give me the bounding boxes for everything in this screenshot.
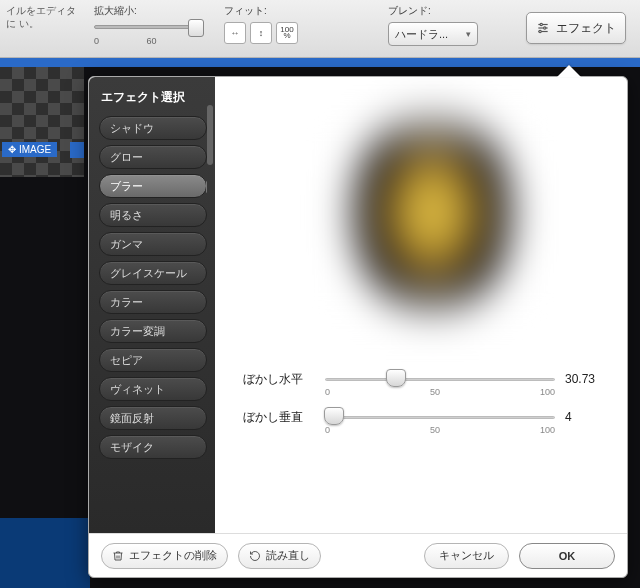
chevron-down-icon: ▾: [466, 29, 471, 39]
svg-point-3: [540, 23, 542, 25]
checker-bg: [0, 67, 84, 177]
fit-label: フィット:: [224, 4, 298, 18]
fit-vertical-button[interactable]: ↕: [250, 22, 272, 44]
blur-v-slider[interactable]: 0 50 100: [325, 405, 555, 429]
effect-item-3[interactable]: 明るさ: [99, 203, 207, 227]
effect-item-5[interactable]: グレイスケール: [99, 261, 207, 285]
effect-preview: [287, 97, 567, 337]
scale-group: 拡大縮小: 0 60: [84, 0, 214, 46]
blur-h-value: 30.73: [565, 372, 611, 386]
svg-point-4: [544, 27, 546, 29]
scale-mid: 60: [147, 36, 157, 46]
cancel-button[interactable]: キャンセル: [424, 543, 509, 569]
effect-item-2[interactable]: ブラー: [99, 174, 207, 198]
effect-main: ぼかし水平 0 50 100 30.73 ぼかし垂直 0: [215, 77, 627, 533]
effect-item-7[interactable]: カラー変調: [99, 319, 207, 343]
blend-group: ブレンド: ハードラ... ▾: [378, 0, 488, 46]
blend-value: ハードラ...: [395, 27, 448, 42]
fit-group: フィット: ↔ ↕ 100 %: [214, 0, 308, 44]
blur-h-slider[interactable]: 0 50 100: [325, 367, 555, 391]
effect-sidebar: エフェクト選択 シャドウグローブラー明るさガンマグレイスケールカラーカラー変調セ…: [89, 77, 215, 533]
bottom-panel: [0, 518, 90, 588]
hint-text: イルをエディタに い。: [0, 0, 84, 34]
trash-icon: [112, 550, 124, 562]
fit-100-button[interactable]: 100 %: [276, 22, 298, 44]
dialog-footer: エフェクトの削除 読み直し キャンセル OK: [89, 533, 627, 577]
reload-button[interactable]: 読み直し: [238, 543, 321, 569]
effect-item-9[interactable]: ヴィネット: [99, 377, 207, 401]
dialog-title: エフェクト選択: [101, 89, 207, 106]
effect-item-4[interactable]: ガンマ: [99, 232, 207, 256]
image-tag[interactable]: ✥IMAGE: [2, 142, 57, 157]
scale-min: 0: [94, 36, 99, 46]
title-bar: [0, 58, 640, 67]
effect-item-1[interactable]: グロー: [99, 145, 207, 169]
effect-item-0[interactable]: シャドウ: [99, 116, 207, 140]
effect-dialog: エフェクト選択 シャドウグローブラー明るさガンマグレイスケールカラーカラー変調セ…: [88, 76, 628, 578]
move-icon: ✥: [8, 144, 16, 155]
edit-icon[interactable]: [70, 142, 84, 158]
effect-item-8[interactable]: セピア: [99, 348, 207, 372]
scale-label: 拡大縮小:: [94, 4, 204, 18]
blur-h-label: ぼかし水平: [243, 371, 315, 388]
dialog-arrow: [557, 65, 581, 77]
blend-select[interactable]: ハードラ... ▾: [388, 22, 478, 46]
svg-point-5: [539, 30, 541, 32]
top-toolbar: イルをエディタに い。 拡大縮小: 0 60 フィット: ↔ ↕ 100 % ブ…: [0, 0, 640, 58]
param-blur-v: ぼかし垂直 0 50 100 4: [243, 405, 611, 429]
blur-v-label: ぼかし垂直: [243, 409, 315, 426]
ok-button[interactable]: OK: [519, 543, 615, 569]
param-blur-h: ぼかし水平 0 50 100 30.73: [243, 367, 611, 391]
fit-horizontal-button[interactable]: ↔: [224, 22, 246, 44]
effect-item-10[interactable]: 鏡面反射: [99, 406, 207, 430]
reload-icon: [249, 550, 261, 562]
sidebar-scrollbar[interactable]: [207, 105, 213, 165]
effect-item-11[interactable]: モザイク: [99, 435, 207, 459]
scale-slider[interactable]: [94, 22, 204, 36]
blend-label: ブレンド:: [388, 4, 478, 18]
delete-effect-button[interactable]: エフェクトの削除: [101, 543, 228, 569]
blur-v-value: 4: [565, 410, 611, 424]
sliders-icon: [536, 21, 550, 35]
effect-button[interactable]: エフェクト: [526, 12, 626, 44]
effect-item-6[interactable]: カラー: [99, 290, 207, 314]
